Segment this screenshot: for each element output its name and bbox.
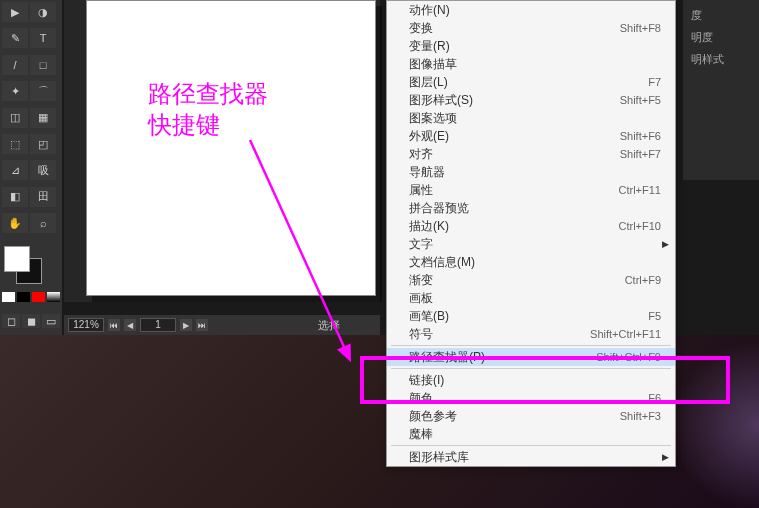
menu-item[interactable]: 颜色参考Shift+F3 — [387, 407, 675, 425]
menu-item[interactable]: 导航器 — [387, 163, 675, 181]
menu-item-label: 图层(L) — [409, 74, 648, 91]
menu-item[interactable]: 拼合器预览 — [387, 199, 675, 217]
tool-zoom[interactable]: ⌕ — [30, 213, 56, 233]
screen-mode-row: ◻ ◼ ▭ — [2, 314, 60, 332]
tool-rect[interactable]: □ — [30, 55, 56, 75]
menu-item-shortcut: Shift+F5 — [620, 94, 661, 106]
tool-width[interactable]: ⊿ — [2, 160, 28, 180]
menu-item-label: 图形样式(S) — [409, 92, 620, 109]
menu-item-shortcut: Ctrl+F9 — [625, 274, 661, 286]
tool-eyedrop[interactable]: 吸 — [30, 160, 56, 180]
menu-item[interactable]: 图像描草 — [387, 55, 675, 73]
tool-type[interactable]: T — [30, 28, 56, 48]
tool-hand[interactable]: ✋ — [2, 213, 28, 233]
screen-mode-1[interactable]: ◻ — [2, 314, 20, 328]
menu-item-shortcut: Shift+Ctrl+F11 — [590, 328, 661, 340]
screen-mode-3[interactable]: ▭ — [42, 314, 60, 328]
mini-swatch-row — [2, 292, 60, 306]
menu-item-label: 动作(N) — [409, 2, 661, 19]
tool-rotate[interactable]: ⬚ — [2, 134, 28, 154]
page-field[interactable]: 1 — [140, 318, 176, 332]
annotation-line-2: 快捷键 — [148, 109, 268, 140]
tool-blob[interactable]: ◫ — [2, 108, 28, 128]
menu-item[interactable]: 颜色F6 — [387, 389, 675, 407]
menu-item-label: 变量(R) — [409, 38, 661, 55]
menu-item-label: 路径查找器(P) — [409, 349, 596, 366]
mini-swatch-2[interactable] — [17, 292, 30, 302]
menu-item[interactable]: 画笔(B)F5 — [387, 307, 675, 325]
menu-item[interactable]: 描边(K)Ctrl+F10 — [387, 217, 675, 235]
menu-item[interactable]: 渐变Ctrl+F9 — [387, 271, 675, 289]
menu-item[interactable]: 文档信息(M) — [387, 253, 675, 271]
menu-item-shortcut: Shift+F6 — [620, 130, 661, 142]
tool-pen[interactable]: ✎ — [2, 28, 28, 48]
menu-item[interactable]: 对齐Shift+F7 — [387, 145, 675, 163]
menu-item[interactable]: 动作(N) — [387, 1, 675, 19]
right-panel-item-3[interactable]: 明样式 — [687, 48, 755, 70]
menu-item[interactable]: 符号Shift+Ctrl+F11 — [387, 325, 675, 343]
nav-prev[interactable]: ◀ — [124, 319, 136, 331]
mini-swatch-4[interactable] — [47, 292, 60, 302]
menu-item-label: 魔棒 — [409, 426, 661, 443]
menu-item[interactable]: 图案选项 — [387, 109, 675, 127]
menu-item[interactable]: 变换Shift+F8 — [387, 19, 675, 37]
menu-item[interactable]: 属性Ctrl+F11 — [387, 181, 675, 199]
menu-item-label: 变换 — [409, 20, 620, 37]
artboard[interactable] — [86, 0, 376, 296]
menu-item-shortcut: Shift+Ctrl+F9 — [596, 351, 661, 363]
menu-item-label: 图案选项 — [409, 110, 661, 127]
nav-first[interactable]: ⏮ — [108, 319, 120, 331]
menu-item-label: 画板 — [409, 290, 661, 307]
submenu-arrow-icon: ▶ — [662, 452, 669, 462]
menu-item-label: 外观(E) — [409, 128, 620, 145]
menu-item-label: 描边(K) — [409, 218, 619, 235]
nav-next[interactable]: ▶ — [180, 319, 192, 331]
tool-gradient[interactable]: ◧ — [2, 187, 28, 207]
tool-eraser[interactable]: ▦ — [30, 108, 56, 128]
menu-item[interactable]: 文字▶ — [387, 235, 675, 253]
menu-item-shortcut: Ctrl+F11 — [619, 184, 662, 196]
menu-item[interactable]: 变量(R) — [387, 37, 675, 55]
menu-item[interactable]: 图形样式(S)Shift+F5 — [387, 91, 675, 109]
right-panel-item-1[interactable]: 度 — [687, 4, 755, 26]
zoom-field[interactable]: 121% — [68, 318, 104, 332]
mini-swatch-3[interactable] — [32, 292, 45, 302]
mini-swatch-1[interactable] — [2, 292, 15, 302]
menu-item-shortcut: Shift+F7 — [620, 148, 661, 160]
tool-brush[interactable]: ✦ — [2, 81, 28, 101]
annotation-line-1: 路径查找器 — [148, 78, 268, 109]
tool-palette: ▶ ◑ ✎ T / □ ✦ ⌒ ◫ ▦ ⬚ ◰ ⊿ 吸 ◧ 田 ✋ ⌕ ◻ ◼ … — [0, 0, 62, 335]
menu-item[interactable]: 链接(I) — [387, 371, 675, 389]
submenu-arrow-icon: ▶ — [662, 239, 669, 249]
background-glow — [669, 340, 759, 508]
window-menu: 动作(N)变换Shift+F8变量(R)图像描草图层(L)F7图形样式(S)Sh… — [386, 0, 676, 467]
menu-item-shortcut: F6 — [648, 392, 661, 404]
menu-item[interactable]: 图层(L)F7 — [387, 73, 675, 91]
menu-item-shortcut: F7 — [648, 76, 661, 88]
tool-pencil[interactable]: ⌒ — [30, 81, 56, 101]
menu-item-label: 文档信息(M) — [409, 254, 661, 271]
color-swatches[interactable] — [2, 244, 58, 284]
tool-artboard[interactable]: 田 — [30, 187, 56, 207]
menu-item[interactable]: 画板 — [387, 289, 675, 307]
tool-direct[interactable]: ◑ — [30, 2, 56, 22]
menu-item[interactable]: 路径查找器(P)Shift+Ctrl+F9 — [387, 348, 675, 366]
menu-separator — [391, 368, 671, 369]
tool-scale[interactable]: ◰ — [30, 134, 56, 154]
right-panel-item-2[interactable]: 明度 — [687, 26, 755, 48]
menu-item-label: 图像描草 — [409, 56, 661, 73]
menu-item-label: 颜色参考 — [409, 408, 620, 425]
menu-item-label: 图形样式库 — [409, 449, 661, 466]
menu-item[interactable]: 魔棒 — [387, 425, 675, 443]
right-panel: 度 明度 明样式 — [683, 0, 759, 180]
menu-item[interactable]: 外观(E)Shift+F6 — [387, 127, 675, 145]
menu-item-shortcut: F5 — [648, 310, 661, 322]
tool-line[interactable]: / — [2, 55, 28, 75]
tool-selection[interactable]: ▶ — [2, 2, 28, 22]
menu-item-shortcut: Shift+F3 — [620, 410, 661, 422]
menu-item[interactable]: 图形样式库▶ — [387, 448, 675, 466]
menu-item-label: 画笔(B) — [409, 308, 648, 325]
swatch-foreground[interactable] — [4, 246, 30, 272]
nav-last[interactable]: ⏭ — [196, 319, 208, 331]
screen-mode-2[interactable]: ◼ — [22, 314, 40, 328]
